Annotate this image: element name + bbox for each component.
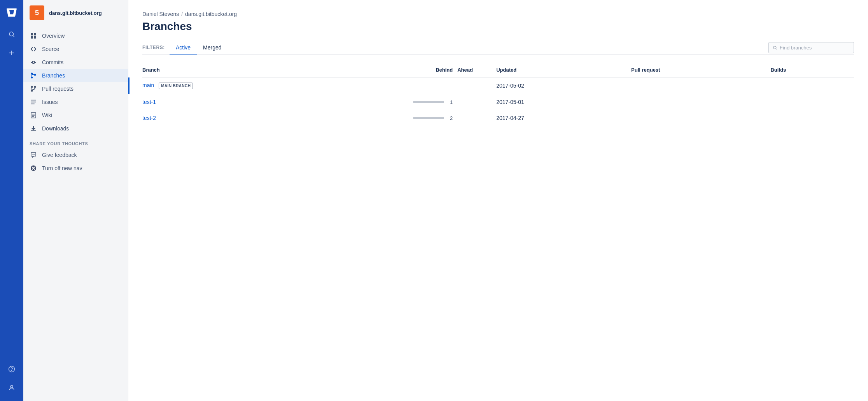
behind-num: 1 (446, 99, 453, 105)
repo-header: 5 dans.git.bitbucket.org (23, 0, 128, 26)
ahead-cell-test1 (457, 94, 496, 110)
svg-point-5 (12, 370, 12, 371)
branch-name-cell: main MAIN BRANCH (142, 77, 372, 94)
bitbucket-logo[interactable] (3, 4, 20, 21)
svg-rect-9 (31, 36, 33, 39)
behind-cell-test2: 2 (372, 110, 457, 126)
sidebar-nav: Overview Source Commits (23, 26, 128, 401)
col-behind: Behind (372, 63, 457, 77)
svg-rect-22 (31, 100, 36, 100)
repo-name: dans.git.bitbucket.org (49, 10, 102, 16)
search-icon (773, 45, 777, 50)
sidebar: 5 dans.git.bitbucket.org Overview Source (23, 0, 128, 401)
turn-off-nav-label: Turn off new nav (42, 165, 82, 171)
behind-cell-test1: 1 (372, 94, 457, 110)
svg-rect-8 (34, 33, 36, 35)
col-pull-request: Pull request (631, 63, 770, 77)
builds-cell-test2 (770, 110, 854, 126)
behind-bar (413, 101, 444, 103)
table-row: main MAIN BRANCH 2017-05-02 (142, 77, 854, 94)
filter-merged-tab[interactable]: Merged (197, 40, 228, 55)
behind-num: 2 (446, 115, 453, 121)
behind-cell-main (372, 77, 457, 94)
svg-rect-24 (31, 104, 35, 104)
svg-rect-7 (31, 33, 33, 35)
builds-cell-test1 (770, 94, 854, 110)
sidebar-item-branches[interactable]: Branches (23, 69, 128, 82)
ahead-cell-main (457, 77, 496, 94)
filters-row: FILTERS: Active Merged (142, 40, 854, 55)
svg-point-31 (32, 154, 33, 155)
col-updated: Updated (496, 63, 631, 77)
col-branch: Branch (142, 63, 372, 77)
filters-label: FILTERS: (142, 45, 165, 50)
give-feedback-icon (30, 152, 37, 158)
table-row: test-2 2 2017-04-27 (142, 110, 854, 126)
filters-left: FILTERS: Active Merged (142, 40, 228, 55)
main-content: Daniel Stevens / dans.git.bitbucket.org … (128, 0, 868, 401)
downloads-label: Downloads (42, 125, 69, 132)
svg-point-6 (10, 385, 13, 388)
svg-point-0 (9, 32, 14, 36)
wiki-label: Wiki (42, 112, 52, 118)
branch-test2-link[interactable]: test-2 (142, 115, 156, 121)
sidebar-item-pull-requests[interactable]: Pull requests (23, 82, 128, 95)
breadcrumb-repo[interactable]: dans.git.bitbucket.org (185, 11, 237, 17)
downloads-icon (30, 125, 37, 132)
user-account-button[interactable] (3, 379, 20, 396)
issues-icon (30, 99, 37, 105)
branch-search-box[interactable] (768, 42, 854, 53)
create-button[interactable] (3, 44, 20, 62)
col-ahead: Ahead (457, 63, 496, 77)
turn-off-nav-icon (30, 165, 37, 171)
sidebar-item-commits[interactable]: Commits (23, 56, 128, 69)
behind-bar (413, 117, 444, 119)
branch-name-cell: test-1 (142, 94, 372, 110)
pr-cell-test1 (631, 94, 770, 110)
pr-cell-main (631, 77, 770, 94)
pull-requests-label: Pull requests (42, 86, 74, 92)
table-row: test-1 1 2017-05-01 (142, 94, 854, 110)
help-button[interactable] (3, 361, 20, 378)
branch-name-cell: test-2 (142, 110, 372, 126)
sidebar-item-give-feedback[interactable]: Give feedback (23, 148, 128, 162)
sidebar-item-source[interactable]: Source (23, 42, 128, 56)
svg-line-1 (13, 35, 14, 37)
global-search-button[interactable] (3, 26, 20, 43)
svg-point-32 (33, 154, 34, 155)
sidebar-item-downloads[interactable]: Downloads (23, 122, 128, 135)
updated-cell-test2: 2017-04-27 (496, 110, 631, 126)
svg-rect-23 (31, 102, 36, 102)
commits-label: Commits (42, 59, 63, 65)
pr-cell-test2 (631, 110, 770, 126)
svg-point-33 (34, 154, 35, 155)
updated-cell-main: 2017-05-02 (496, 77, 631, 94)
branch-main-link[interactable]: main (142, 82, 154, 88)
ahead-cell-test2 (457, 110, 496, 126)
page-title: Branches (142, 20, 854, 33)
source-label: Source (42, 46, 59, 52)
branches-icon (30, 72, 37, 79)
commits-icon (30, 59, 37, 65)
branches-table: Branch Behind Ahead Updated Pull request… (142, 63, 854, 126)
svg-line-38 (776, 48, 777, 49)
branches-label: Branches (42, 72, 65, 79)
sidebar-item-overview[interactable]: Overview (23, 29, 128, 42)
branch-search-input[interactable] (780, 45, 850, 51)
share-thoughts-label: SHARE YOUR THOUGHTS (23, 135, 128, 148)
breadcrumb-separator: / (181, 11, 183, 17)
svg-rect-10 (34, 36, 36, 39)
sidebar-item-turn-off-nav[interactable]: Turn off new nav (23, 162, 128, 175)
breadcrumb: Daniel Stevens / dans.git.bitbucket.org (142, 11, 854, 17)
filter-active-tab[interactable]: Active (170, 40, 197, 55)
overview-label: Overview (42, 33, 65, 39)
sidebar-item-wiki[interactable]: Wiki (23, 109, 128, 122)
breadcrumb-user[interactable]: Daniel Stevens (142, 11, 179, 17)
overview-icon (30, 33, 37, 39)
icon-bar (0, 0, 23, 401)
give-feedback-label: Give feedback (42, 152, 77, 158)
issues-label: Issues (42, 99, 58, 105)
branch-test1-link[interactable]: test-1 (142, 99, 156, 105)
sidebar-item-issues[interactable]: Issues (23, 95, 128, 109)
col-builds: Builds (770, 63, 854, 77)
